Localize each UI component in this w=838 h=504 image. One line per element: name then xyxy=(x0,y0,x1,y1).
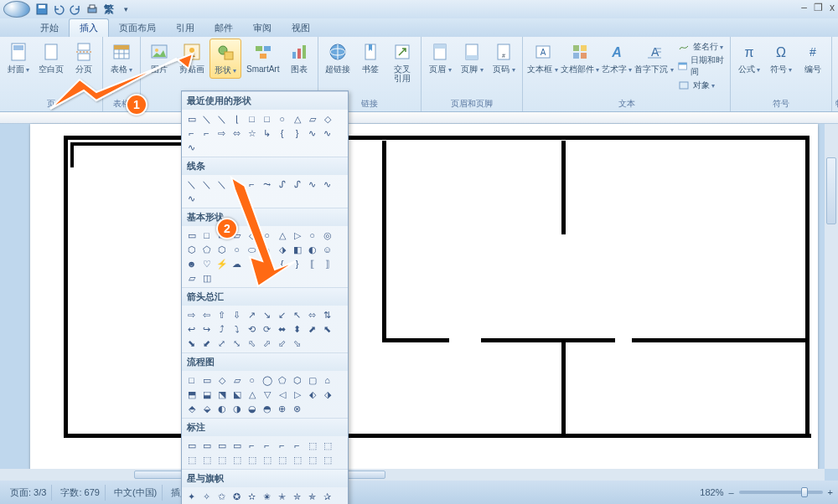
header-button[interactable]: 页眉 xyxy=(425,39,455,77)
undo-icon[interactable] xyxy=(52,3,65,16)
shape-option[interactable]: ◁ xyxy=(276,388,288,400)
shape-option[interactable]: ✮ xyxy=(291,491,303,502)
shape-option[interactable]: ▭ xyxy=(200,440,213,451)
shape-option[interactable]: □ xyxy=(246,113,258,125)
shape-option[interactable]: ▭ xyxy=(185,229,198,241)
shape-option[interactable]: ↪ xyxy=(200,323,213,335)
shape-option[interactable]: ⬋ xyxy=(200,337,213,349)
shape-option[interactable]: □ xyxy=(200,229,213,241)
shape-option[interactable]: ○ xyxy=(276,113,288,125)
shape-option[interactable]: ⇧ xyxy=(215,309,228,321)
shape-option[interactable]: ⬂ xyxy=(291,337,303,349)
shape-option[interactable]: ↖ xyxy=(291,309,303,321)
hyperlink-button[interactable]: 超链接 xyxy=(322,39,354,76)
status-page[interactable]: 页面: 3/3 xyxy=(5,485,52,501)
shape-option[interactable]: ⟲ xyxy=(246,323,258,335)
shape-option[interactable]: ⇅ xyxy=(321,309,334,321)
tab-review[interactable]: 审阅 xyxy=(243,19,282,37)
shape-option[interactable]: ⬀ xyxy=(261,337,273,349)
tab-insert[interactable]: 插入 xyxy=(69,18,109,37)
shape-option[interactable]: ⬊ xyxy=(185,337,198,349)
shape-option[interactable]: ⬚ xyxy=(321,454,334,465)
shape-option[interactable]: ✧ xyxy=(200,491,213,502)
shape-option[interactable]: ▭ xyxy=(215,440,228,451)
shape-option[interactable]: ▭ xyxy=(230,440,243,451)
shape-option[interactable]: ⬁ xyxy=(246,337,258,349)
shape-option[interactable]: } xyxy=(291,127,303,139)
shape-option[interactable]: ▽ xyxy=(261,388,273,400)
tab-view[interactable]: 视图 xyxy=(282,19,320,37)
shape-option[interactable]: □ xyxy=(185,374,198,386)
shape-option[interactable]: ⇩ xyxy=(230,309,243,321)
status-words[interactable]: 字数: 679 xyxy=(55,485,105,501)
shape-option[interactable]: ⬕ xyxy=(230,388,243,400)
office-button[interactable] xyxy=(3,1,30,18)
shape-option[interactable]: ⬚ xyxy=(276,454,288,465)
shape-option[interactable]: ✭ xyxy=(276,491,288,502)
print-icon[interactable] xyxy=(85,3,99,16)
shape-option[interactable]: ∿ xyxy=(306,127,318,139)
shape-option[interactable]: ⬒ xyxy=(185,388,198,400)
wordart-button[interactable]: A艺术字 xyxy=(601,39,633,77)
shapes-button[interactable]: 形状 xyxy=(210,39,241,79)
tab-home[interactable]: 开始 xyxy=(30,19,69,37)
zoom-out-button[interactable]: – xyxy=(728,487,733,497)
shape-option[interactable]: ◎ xyxy=(321,229,334,241)
shape-option[interactable]: ⌊ xyxy=(230,113,243,125)
pagenum-button[interactable]: #页码 xyxy=(489,39,519,77)
shape-option[interactable]: ✫ xyxy=(246,491,258,502)
redo-icon[interactable] xyxy=(69,3,82,16)
shape-option[interactable]: ☆ xyxy=(246,127,258,139)
shape-option[interactable]: ◑ xyxy=(230,403,243,414)
shape-option[interactable]: ∿ xyxy=(185,141,198,153)
shape-option[interactable]: ◯ xyxy=(261,374,273,386)
shape-option[interactable]: ◇ xyxy=(215,374,228,386)
shape-option[interactable]: ⬠ xyxy=(276,374,288,386)
shape-option[interactable]: ∿ xyxy=(185,193,198,204)
tab-pagelayout[interactable]: 页面布局 xyxy=(109,19,166,37)
shape-option[interactable]: ⬃ xyxy=(276,337,288,349)
crossref-button[interactable]: 交叉 引用 xyxy=(387,39,417,85)
number-button[interactable]: #编号 xyxy=(798,39,828,76)
shape-option[interactable]: ▢ xyxy=(306,374,318,386)
shape-option[interactable]: ⬚ xyxy=(306,454,318,465)
shape-option[interactable]: ▱ xyxy=(306,113,318,125)
shape-option[interactable]: ⊗ xyxy=(291,403,303,414)
footer-button[interactable]: 页脚 xyxy=(457,39,487,77)
shape-option[interactable]: ⬚ xyxy=(246,454,258,465)
shape-option[interactable]: ⇦ xyxy=(200,309,213,321)
shape-option[interactable]: ⬖ xyxy=(306,388,318,400)
shape-option[interactable]: ◐ xyxy=(215,403,228,414)
shape-option[interactable]: □ xyxy=(261,113,273,125)
shape-option[interactable]: ✩ xyxy=(215,491,228,502)
equation-button[interactable]: π公式 xyxy=(734,39,764,77)
dropcap-button[interactable]: A首字下沉 xyxy=(634,39,674,77)
shape-option[interactable]: ⬄ xyxy=(306,309,318,321)
shape-option[interactable]: ☺ xyxy=(321,244,334,255)
shape-option[interactable]: ⬚ xyxy=(215,454,228,465)
cover-page-button[interactable]: 封面 xyxy=(3,39,34,77)
zoom-in-button[interactable]: + xyxy=(828,487,833,497)
symbol-button[interactable]: Ω符号 xyxy=(766,39,796,77)
shape-option[interactable]: ⟳ xyxy=(261,323,273,335)
quickparts-button[interactable]: 文档部件 xyxy=(561,39,600,77)
shape-option[interactable]: ✬ xyxy=(261,491,273,502)
shape-option[interactable]: ⬓ xyxy=(200,388,213,400)
shape-option[interactable]: ⬙ xyxy=(200,403,213,414)
shape-option[interactable]: ↗ xyxy=(246,309,258,321)
shape-option[interactable]: ∿ xyxy=(321,178,334,190)
shape-option[interactable]: { xyxy=(276,127,288,139)
shape-option[interactable]: ⬚ xyxy=(200,454,213,465)
shape-option[interactable]: ⌐ xyxy=(246,440,258,451)
shape-option[interactable]: ⬚ xyxy=(185,454,198,465)
bookmark-button[interactable]: 书签 xyxy=(355,39,385,76)
zoom-slider[interactable] xyxy=(739,491,823,494)
shape-option[interactable]: ▷ xyxy=(291,388,303,400)
shape-option[interactable]: ⬍ xyxy=(291,323,303,335)
shape-option[interactable]: ⬈ xyxy=(306,323,318,335)
shape-option[interactable]: ✯ xyxy=(306,491,318,502)
shape-option[interactable]: ⌐ xyxy=(200,127,213,139)
shape-option[interactable]: ⬘ xyxy=(185,403,198,414)
shape-option[interactable]: ♡ xyxy=(200,258,213,270)
shape-option[interactable]: ⬚ xyxy=(291,454,303,465)
